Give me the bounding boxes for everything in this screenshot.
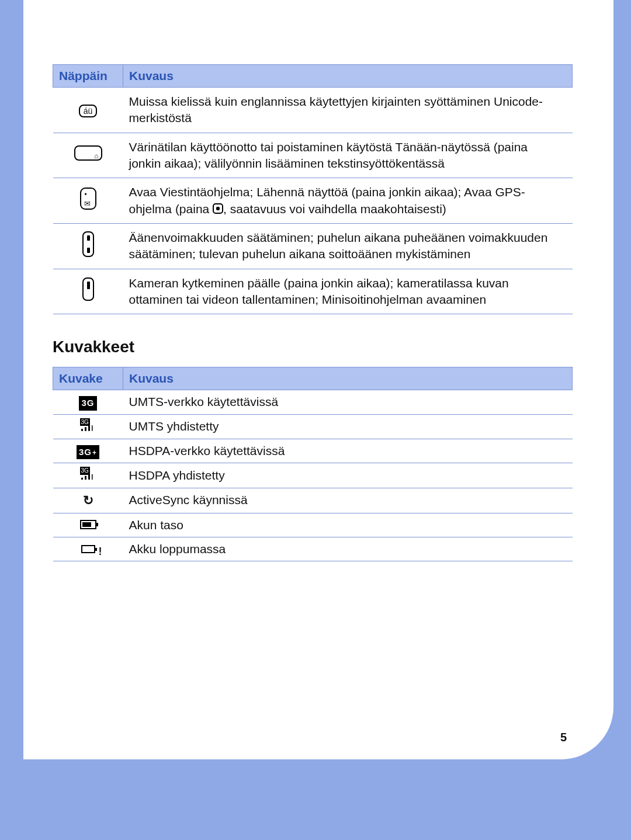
battery-low-icon — [81, 545, 95, 553]
key-desc: Muissa kielissä kuin englannissa käytett… — [123, 88, 573, 133]
key-desc: Värinätilan käyttöönotto tai poistaminen… — [123, 133, 573, 178]
table-row: áü Muissa kielissä kuin englannissa käyt… — [53, 88, 573, 133]
icon-desc: HSDPA-verkko käytettävissä — [123, 439, 573, 463]
activesync-icon: ↻ — [83, 493, 93, 508]
table-row: Akun taso — [53, 513, 573, 537]
icon-desc: HSDPA yhdistetty — [123, 463, 573, 488]
3g-signal-icon — [80, 418, 96, 431]
key-desc: Avaa Viestintäohjelma; Lähennä näyttöä (… — [123, 178, 573, 224]
3g-plus-signal-icon — [80, 467, 96, 480]
icon-desc: Akun taso — [123, 513, 573, 537]
icon-desc: ActiveSync käynnissä — [123, 488, 573, 513]
manual-page: Näppäin Kuvaus áü Muissa kielissä kuin e… — [23, 0, 613, 759]
camera-key-icon — [82, 277, 94, 301]
3g-plus-icon: 3G — [77, 445, 99, 459]
table-row: Kameran kytkeminen päälle (paina jonkin … — [53, 269, 573, 314]
table-row: UMTS yhdistetty — [53, 414, 573, 439]
messaging-key-icon — [80, 188, 96, 210]
key-desc: Äänenvoimakkuuden säätäminen; puhelun ai… — [123, 224, 573, 269]
icons-section-title: Kuvakkeet — [53, 338, 573, 356]
table-row: 3G HSDPA-verkko käytettävissä — [53, 439, 573, 463]
table-row: Avaa Viestintäohjelma; Lähennä näyttöä (… — [53, 178, 573, 224]
table-row: HSDPA yhdistetty — [53, 463, 573, 488]
page-number: 5 — [560, 731, 567, 744]
spacebar-key-icon — [74, 145, 102, 161]
key-desc-post: , saatavuus voi vaihdella maakohtaisesti… — [223, 202, 446, 216]
au-key-icon: áü — [79, 105, 98, 117]
3g-icon: 3G — [79, 396, 96, 410]
battery-icon — [80, 520, 96, 529]
keys-header-key: Näppäin — [53, 65, 123, 88]
key-desc: Kameran kytkeminen päälle (paina jonkin … — [123, 269, 573, 314]
icon-desc: UMTS-verkko käytettävissä — [123, 390, 573, 414]
keys-header-desc: Kuvaus — [123, 65, 573, 88]
table-row: Äänenvoimakkuuden säätäminen; puhelun ai… — [53, 224, 573, 269]
icons-header-desc: Kuvaus — [123, 367, 573, 390]
keys-table: Näppäin Kuvaus áü Muissa kielissä kuin e… — [53, 64, 573, 314]
icon-desc: Akku loppumassa — [123, 537, 573, 561]
table-row: ↻ ActiveSync käynnissä — [53, 488, 573, 513]
volume-key-icon — [82, 231, 94, 257]
table-row: Akku loppumassa — [53, 537, 573, 561]
fn-key-inline-icon — [213, 203, 223, 214]
table-row: Värinätilan käyttöönotto tai poistaminen… — [53, 133, 573, 178]
icon-desc: UMTS yhdistetty — [123, 414, 573, 439]
icons-table: Kuvake Kuvaus 3G UMTS-verkko käytettävis… — [53, 367, 573, 561]
table-row: 3G UMTS-verkko käytettävissä — [53, 390, 573, 414]
icons-header-icon: Kuvake — [53, 367, 123, 390]
